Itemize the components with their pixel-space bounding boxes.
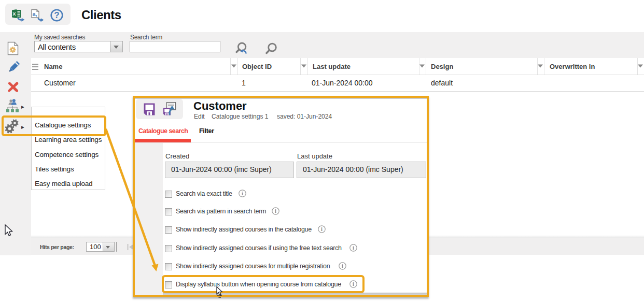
svg-text:X: X	[12, 11, 16, 17]
svg-text:i: i	[321, 226, 323, 232]
svg-text:?: ?	[54, 10, 59, 20]
svg-text:i: i	[353, 245, 354, 251]
svg-text:a,: a,	[32, 11, 37, 17]
svg-text:i: i	[342, 263, 343, 269]
svg-text:i: i	[242, 191, 243, 196]
svg-text:i: i	[275, 208, 276, 214]
